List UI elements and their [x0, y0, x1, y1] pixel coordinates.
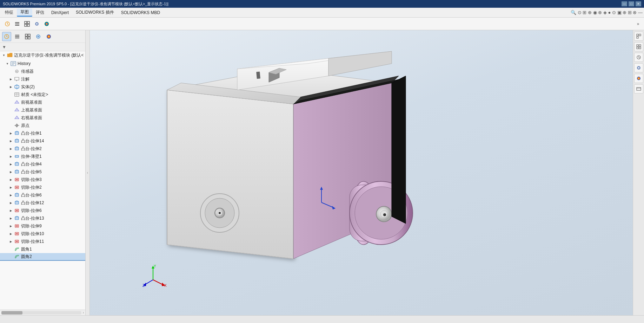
tree-item-boss-extrude13[interactable]: ▶凸台-拉伸13	[0, 214, 85, 222]
right-btn-1[interactable]	[634, 32, 643, 41]
tree-item-fillet1[interactable]: 圆角1	[0, 245, 85, 253]
menu-evaluate[interactable]: 评估	[32, 9, 48, 16]
tree-item-cut-extrude3[interactable]: ▶切除-拉伸3	[0, 176, 85, 183]
right-panel	[633, 30, 644, 315]
tree-item-cut-extrude10[interactable]: ▶切除-拉伸10	[0, 230, 85, 238]
splitter-arrow: ‹	[87, 171, 88, 175]
sidebar-tab-dxf[interactable]	[34, 32, 43, 41]
toolbar-btn-color[interactable]	[42, 19, 51, 28]
tree-item-origin[interactable]: 原点	[0, 122, 85, 129]
root-label: 迈克尔逆干涉仪-准焦调节模块 (默认<	[14, 52, 84, 58]
sidebar-tab-feature[interactable]	[2, 32, 11, 41]
sidebar-tab-property[interactable]	[13, 32, 22, 41]
sidebar-tab-display[interactable]	[44, 32, 53, 41]
tree-item-history[interactable]: ▼History	[0, 60, 85, 67]
h-scrollbar-thumb[interactable]	[1, 311, 22, 315]
expand-icon-boss-extrude6[interactable]: ▶	[8, 193, 13, 198]
right-btn-4[interactable]	[634, 63, 643, 72]
svg-line-92	[153, 280, 164, 285]
tree-icon-sensors	[14, 69, 20, 74]
h-scrollbar-track[interactable]	[1, 311, 81, 315]
tree-item-boss-extrude4[interactable]: ▶凸台-拉伸4	[0, 160, 85, 168]
expand-icon-cut-extrude9[interactable]: ▶	[8, 224, 13, 228]
svg-rect-17	[25, 37, 27, 39]
tree-root-item[interactable]: 迈克尔逆干涉仪-准焦调节模块 (默认<	[0, 51, 85, 59]
tree-item-thin-extrude1[interactable]: ▶拉伸-薄壁1	[0, 153, 85, 160]
root-expand-icon[interactable]	[1, 53, 6, 58]
expand-icon-cut-extrude6[interactable]: ▶	[8, 208, 13, 213]
expand-icon-right-plane[interactable]	[8, 115, 13, 120]
menu-sw-mbd[interactable]: SOLIDWORKS MBD	[118, 9, 164, 16]
tree-item-sensors[interactable]: 传感器	[0, 67, 85, 75]
expand-icon-front-plane[interactable]	[8, 100, 13, 105]
tree-item-right-plane[interactable]: 右视基准面	[0, 114, 85, 122]
expand-icon-fillet2[interactable]	[8, 254, 13, 259]
right-btn-5[interactable]	[634, 74, 643, 83]
close-button[interactable]: ✕	[636, 1, 641, 6]
toolbar-btn-4[interactable]	[32, 19, 41, 28]
menu-features[interactable]: 特征	[1, 9, 17, 16]
svg-rect-106	[639, 45, 641, 46]
svg-rect-31	[15, 132, 19, 135]
expand-icon-cut-extrude3[interactable]: ▶	[8, 177, 13, 182]
tree-item-cut-extrude11[interactable]: ▶切除-拉伸11	[0, 238, 85, 245]
expand-icon-origin[interactable]	[8, 123, 13, 128]
expand-icon-solids[interactable]: ▶	[8, 84, 13, 89]
expand-icon-cut-extrude11[interactable]: ▶	[8, 239, 13, 244]
expand-icon-annotations[interactable]: ▶	[8, 77, 13, 82]
tree-item-top-plane[interactable]: 上视基准面	[0, 106, 85, 114]
expand-icon-top-plane[interactable]	[8, 108, 13, 112]
minimize-button[interactable]: —	[622, 1, 627, 6]
toolbar-btn-3[interactable]	[22, 19, 32, 28]
viewport[interactable]: Y X Z	[90, 30, 633, 315]
tree-item-material[interactable]: 材质 <未指定>	[0, 91, 85, 98]
menu-dimxpert[interactable]: DimXpert	[48, 9, 72, 16]
sidebar-tab-config[interactable]	[23, 32, 32, 41]
menu-sw-plugins[interactable]: SOLIDWORKS 插件	[72, 9, 118, 16]
tree-item-cut-extrude9[interactable]: ▶切除-拉伸9	[0, 222, 85, 230]
expand-icon-boss-extrude4[interactable]: ▶	[8, 162, 13, 167]
maximize-button[interactable]: □	[629, 1, 634, 6]
toolbar-btn-2[interactable]	[13, 19, 22, 28]
tree-item-boss-extrude14[interactable]: ▶凸台-拉伸14	[0, 137, 85, 145]
right-btn-2[interactable]	[634, 42, 643, 51]
svg-rect-33	[15, 147, 19, 150]
tree-item-boss-extrude12[interactable]: ▶凸台-拉伸12	[0, 199, 85, 207]
menu-sketch[interactable]: 草图	[17, 8, 32, 17]
expand-icon-boss-extrude14[interactable]: ▶	[8, 138, 13, 143]
tree-item-fillet2[interactable]: 圆角2	[0, 253, 85, 261]
expand-icon-sensors[interactable]	[8, 69, 13, 74]
svg-point-9	[36, 23, 38, 25]
sidebar-expand-right[interactable]: ›	[83, 311, 85, 315]
expand-icon-boss-extrude2[interactable]: ▶	[8, 146, 13, 151]
expand-icon-thin-extrude1[interactable]: ▶	[8, 154, 13, 159]
right-btn-3[interactable]	[634, 53, 643, 62]
expand-icon-fillet1[interactable]	[8, 247, 13, 252]
tree-icon-boss-extrude5	[14, 169, 20, 175]
expand-icon-cut-extrude2[interactable]: ▶	[8, 185, 13, 190]
status-bar	[0, 315, 644, 323]
tree-item-boss-extrude1[interactable]: ▶凸台-拉伸1	[0, 129, 85, 137]
tree-item-cut-extrude6[interactable]: ▶切除-拉伸6	[0, 207, 85, 214]
toolbar-btn-1[interactable]	[3, 19, 12, 28]
right-btn-6[interactable]	[634, 84, 643, 93]
sidebar-splitter[interactable]: ‹	[86, 30, 90, 315]
tree-item-boss-extrude5[interactable]: ▶凸台-拉伸5	[0, 168, 85, 176]
expand-icon-material[interactable]	[8, 92, 13, 97]
tree-item-annotations[interactable]: ▶注解	[0, 75, 85, 83]
main-area: ▼ 迈克尔逆干涉仪-准焦调节模块 (默认< ▼History传感器▶注解▶实体(…	[0, 30, 644, 315]
expand-icon-cut-extrude10[interactable]: ▶	[8, 231, 13, 236]
svg-point-10	[45, 22, 49, 26]
toolbar-expand[interactable]: »	[635, 21, 641, 27]
expand-icon-boss-extrude1[interactable]: ▶	[8, 131, 13, 136]
expand-icon-history[interactable]: ▼	[5, 61, 10, 66]
expand-icon-boss-extrude12[interactable]: ▶	[8, 200, 13, 205]
tree-item-cut-extrude2[interactable]: ▶切除-拉伸2	[0, 183, 85, 191]
expand-icon-boss-extrude5[interactable]: ▶	[8, 169, 13, 174]
tree-item-solids[interactable]: ▶实体(2)	[0, 83, 85, 91]
tree-item-boss-extrude6[interactable]: ▶凸台-拉伸6	[0, 191, 85, 199]
tree-item-boss-extrude2[interactable]: ▶凸台-拉伸2	[0, 145, 85, 153]
sidebar-scrollbar[interactable]: ›	[0, 310, 85, 315]
tree-item-front-plane[interactable]: 前视基准面	[0, 98, 85, 106]
expand-icon-boss-extrude13[interactable]: ▶	[8, 216, 13, 221]
